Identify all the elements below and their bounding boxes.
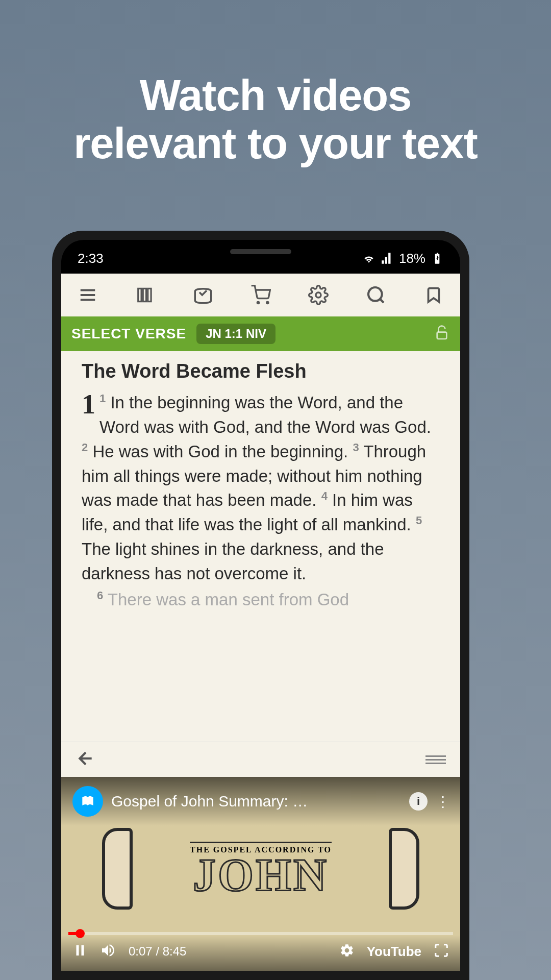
svg-rect-14 bbox=[82, 945, 84, 955]
study-icon[interactable] bbox=[192, 284, 214, 306]
promo-headline: Watch videos relevant to your text bbox=[0, 0, 551, 167]
svg-rect-11 bbox=[437, 332, 447, 339]
youtube-label[interactable]: YouTube bbox=[367, 944, 421, 960]
library-icon[interactable] bbox=[134, 284, 157, 306]
svg-point-6 bbox=[257, 302, 259, 303]
video-controls: 0:07 / 8:45 YouTube bbox=[61, 935, 460, 971]
cart-icon[interactable] bbox=[249, 284, 272, 306]
unlock-icon[interactable] bbox=[434, 325, 450, 343]
svg-point-9 bbox=[368, 287, 382, 301]
battery-percent: 18% bbox=[399, 251, 425, 266]
more-options-icon[interactable]: ⋮ bbox=[436, 793, 449, 810]
panel-bar bbox=[61, 742, 460, 777]
headline-line-2: relevant to your text bbox=[73, 119, 477, 167]
svg-line-10 bbox=[380, 299, 384, 303]
verse-reference-badge[interactable]: JN 1:1 NIV bbox=[196, 324, 276, 344]
settings-gear-icon[interactable] bbox=[339, 943, 355, 960]
verse-number: 4 bbox=[321, 489, 328, 502]
fullscreen-icon[interactable] bbox=[434, 943, 449, 960]
signal-icon bbox=[381, 252, 394, 265]
search-icon[interactable] bbox=[365, 284, 387, 306]
verse-selector-bar[interactable]: SELECT VERSE JN 1:1 NIV bbox=[61, 316, 460, 351]
menu-icon[interactable] bbox=[77, 284, 99, 306]
wifi-icon bbox=[362, 252, 375, 265]
app-toolbar bbox=[61, 274, 460, 316]
verse-number: 1 bbox=[99, 392, 106, 405]
verse-number: 6 bbox=[97, 589, 103, 602]
section-title: The Word Became Flesh bbox=[82, 360, 440, 382]
passage-text: 1 1 In the beginning was the Word, and t… bbox=[82, 390, 440, 586]
svg-rect-4 bbox=[143, 288, 146, 301]
drag-handle-icon[interactable] bbox=[425, 755, 446, 764]
svg-rect-5 bbox=[148, 288, 151, 301]
svg-rect-3 bbox=[138, 288, 141, 301]
battery-icon bbox=[431, 252, 444, 265]
video-time-display: 0:07 / 8:45 bbox=[129, 944, 186, 959]
headline-line-1: Watch videos bbox=[140, 71, 412, 119]
truncated-verse: 6 There was a man sent from God bbox=[82, 589, 440, 609]
thumbnail-title: JOHN bbox=[133, 854, 389, 896]
volume-icon[interactable] bbox=[100, 942, 116, 961]
scroll-decoration bbox=[389, 828, 419, 910]
verse-text: In the beginning was the Word, and the W… bbox=[99, 393, 431, 436]
verse-text: He was with God in the beginning. bbox=[92, 442, 348, 461]
back-arrow-icon[interactable] bbox=[76, 748, 96, 771]
status-right: 18% bbox=[362, 251, 444, 266]
verse-number: 5 bbox=[416, 514, 422, 527]
verse-number: 2 bbox=[82, 441, 88, 454]
status-time: 2:33 bbox=[78, 251, 104, 266]
video-title: Gospel of John Summary: … bbox=[111, 793, 401, 810]
video-player[interactable]: Gospel of John Summary: … i ⋮ THE GOSPEL… bbox=[61, 777, 460, 971]
phone-speaker bbox=[230, 249, 291, 254]
svg-point-7 bbox=[267, 302, 268, 303]
bookmark-icon[interactable] bbox=[422, 284, 445, 306]
pause-icon[interactable] bbox=[72, 943, 88, 960]
info-icon[interactable]: i bbox=[409, 792, 428, 811]
svg-point-8 bbox=[316, 292, 321, 298]
verse-text: The light shines in the darkness, and th… bbox=[82, 540, 384, 583]
scripture-content[interactable]: The Word Became Flesh 1 1 In the beginni… bbox=[61, 351, 460, 742]
verse-text: There was a man sent from God bbox=[108, 590, 349, 609]
select-verse-label: SELECT VERSE bbox=[71, 326, 186, 342]
channel-avatar[interactable] bbox=[72, 786, 103, 817]
status-bar: 2:33 18% bbox=[61, 243, 460, 274]
phone-frame: 2:33 18% bbox=[52, 231, 469, 980]
phone-screen: 2:33 18% bbox=[61, 240, 460, 971]
scroll-decoration bbox=[102, 828, 133, 910]
video-thumbnail: THE GOSPEL ACCORDING TO JOHN bbox=[102, 818, 419, 920]
chapter-number: 1 bbox=[82, 390, 95, 418]
thumbnail-text: THE GOSPEL ACCORDING TO JOHN bbox=[133, 842, 389, 896]
gear-icon[interactable] bbox=[307, 284, 330, 306]
svg-rect-13 bbox=[77, 945, 79, 955]
app-screen: SELECT VERSE JN 1:1 NIV The Word Became … bbox=[61, 274, 460, 971]
verse-number: 3 bbox=[353, 441, 359, 454]
